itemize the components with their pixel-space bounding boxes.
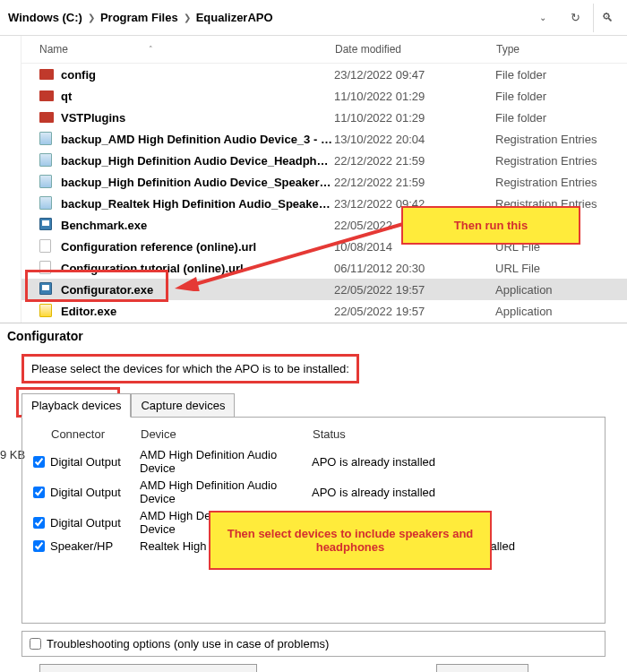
- breadcrumb-segment[interactable]: Program Files: [98, 9, 181, 26]
- file-type: Application: [495, 305, 627, 318]
- device-row[interactable]: Digital OutputAMD High Definition Audio …: [30, 446, 597, 477]
- chevron-right-icon: ❯: [184, 13, 191, 22]
- reg-icon: [39, 196, 56, 211]
- search-button[interactable]: 🔍︎: [593, 4, 622, 32]
- file-type: File folder: [495, 111, 627, 125]
- tab-playback[interactable]: Playback devices: [21, 393, 131, 418]
- device-name: AMD High Definition Audio Device: [140, 448, 312, 475]
- file-row[interactable]: backup_AMD High Definition Audio Device_…: [21, 128, 627, 150]
- device-connector: Digital Output: [50, 516, 140, 530]
- close-button[interactable]: Close: [436, 664, 528, 672]
- file-name: Benchmark.exe: [61, 219, 334, 232]
- file-row[interactable]: Configuration tutorial (online).url06/11…: [21, 257, 627, 279]
- device-col-connector[interactable]: Connector: [51, 427, 141, 441]
- chevron-down-icon: ⌄: [539, 13, 546, 22]
- exe-icon: [39, 218, 56, 232]
- exe-icon: [39, 282, 56, 297]
- file-name: Configuration reference (online).url: [61, 240, 334, 254]
- column-type[interactable]: Type: [496, 43, 627, 56]
- tabs: Playback devices Capture devices: [21, 392, 606, 418]
- tab-capture[interactable]: Capture devices: [131, 393, 235, 418]
- file-row[interactable]: backup_High Definition Audio Device_Head…: [21, 150, 627, 171]
- device-col-device[interactable]: Device: [141, 427, 313, 441]
- file-type: Registration Entries: [495, 176, 627, 189]
- file-type: Registration Entries: [495, 154, 627, 168]
- device-name: AMD High Definition Audio Device: [140, 478, 312, 505]
- folder-icon: [39, 67, 56, 82]
- file-date: 13/10/2022 20:04: [334, 133, 495, 146]
- refresh-icon: ↻: [571, 11, 580, 24]
- reg-icon: [39, 132, 56, 146]
- nav-tree-stripe[interactable]: [0, 36, 21, 323]
- file-date: 23/12/2022 09:47: [334, 68, 495, 82]
- file-name: Editor.exe: [61, 305, 334, 318]
- column-headers: Name˄ Date modified Type: [21, 36, 627, 64]
- breadcrumb-segment[interactable]: EqualizerAPO: [193, 9, 276, 26]
- file-name: backup_AMD High Definition Audio Device_…: [61, 133, 334, 146]
- file-date: 22/05/2022 19:57: [334, 283, 495, 297]
- device-connector: Speaker/HP: [50, 539, 140, 553]
- file-type: File folder: [495, 68, 627, 82]
- file-date: 22/12/2022 21:59: [334, 176, 495, 189]
- search-icon: 🔍︎: [602, 11, 614, 24]
- folder-icon: [39, 89, 56, 103]
- device-checkbox[interactable]: [33, 456, 45, 468]
- file-row[interactable]: Editor.exe22/05/2022 19:57Application: [21, 300, 627, 322]
- device-status: APO is already installed: [312, 455, 597, 469]
- breadcrumb: Windows (C:) ❯ Program Files ❯ Equalizer…: [0, 0, 627, 36]
- breadcrumb-root[interactable]: Windows (C:): [5, 9, 85, 26]
- copy-command-button[interactable]: Copy Device command to clipboard: [39, 664, 257, 672]
- instruction-text: Please select the devices for which the …: [21, 354, 359, 383]
- file-name: Configurator.exe: [61, 283, 334, 297]
- device-checkbox[interactable]: [33, 487, 45, 498]
- editor-icon: [39, 304, 56, 318]
- file-name: qt: [61, 90, 334, 103]
- file-type: Registration Entries: [495, 133, 627, 146]
- file-date: 22/12/2022 21:59: [334, 154, 495, 168]
- file-date: 06/11/2012 20:30: [334, 262, 495, 275]
- file-name: VSTPlugins: [61, 111, 334, 125]
- file-row[interactable]: backup_High Definition Audio Device_Spea…: [21, 171, 627, 193]
- file-row[interactable]: config23/12/2022 09:47File folder: [21, 64, 627, 85]
- troubleshoot-toggle[interactable]: Troubleshooting options (only use in cas…: [21, 631, 606, 657]
- column-name-label: Name: [39, 43, 68, 56]
- device-col-status[interactable]: Status: [313, 427, 597, 441]
- folder-icon: [39, 110, 56, 125]
- file-date: 11/10/2022 01:29: [334, 90, 495, 103]
- column-name[interactable]: Name˄: [39, 43, 335, 56]
- callout-select-devices: Then select devices to include speakers …: [209, 511, 492, 570]
- file-type: File folder: [495, 90, 627, 103]
- device-connector: Digital Output: [50, 486, 140, 499]
- url-icon: [39, 239, 56, 254]
- file-row[interactable]: VSTPlugins11/10/2022 01:29File folder: [21, 107, 627, 128]
- file-name: backup_High Definition Audio Device_Spea…: [61, 176, 334, 189]
- file-name: backup_Realtek High Definition Audio_Spe…: [61, 197, 334, 211]
- device-row[interactable]: Digital OutputAMD High Definition Audio …: [30, 477, 597, 507]
- breadcrumb-dropdown[interactable]: ⌄: [528, 4, 557, 32]
- file-type: Application: [495, 283, 627, 297]
- column-date[interactable]: Date modified: [335, 43, 496, 56]
- url-icon: [39, 261, 56, 275]
- file-name: backup_High Definition Audio Device_Head…: [61, 154, 334, 168]
- file-row[interactable]: Configurator.exe22/05/2022 19:57Applicat…: [21, 279, 627, 300]
- chevron-right-icon: ❯: [88, 13, 95, 22]
- callout-run: Then run this: [401, 206, 580, 245]
- device-checkbox[interactable]: [33, 540, 45, 552]
- sort-ascending-icon: ˄: [149, 45, 153, 54]
- file-name: config: [61, 68, 334, 82]
- file-date: 11/10/2022 01:29: [334, 111, 495, 125]
- file-type: URL File: [495, 262, 627, 275]
- file-list: Name˄ Date modified Type config23/12/202…: [21, 36, 627, 323]
- device-checkbox[interactable]: [33, 517, 45, 529]
- file-date: 22/05/2022 19:57: [334, 305, 495, 318]
- reg-icon: [39, 175, 56, 189]
- troubleshoot-label: Troubleshooting options (only use in cas…: [47, 637, 329, 650]
- reg-icon: [39, 153, 56, 168]
- file-name: Configuration tutorial (online).url: [61, 262, 334, 275]
- configurator-title: Configurator: [0, 323, 627, 349]
- device-status: APO is already installed: [312, 486, 597, 499]
- file-row[interactable]: qt11/10/2022 01:29File folder: [21, 85, 627, 107]
- device-connector: Digital Output: [50, 455, 140, 469]
- refresh-button[interactable]: ↻: [561, 4, 589, 32]
- troubleshoot-checkbox[interactable]: [30, 638, 41, 650]
